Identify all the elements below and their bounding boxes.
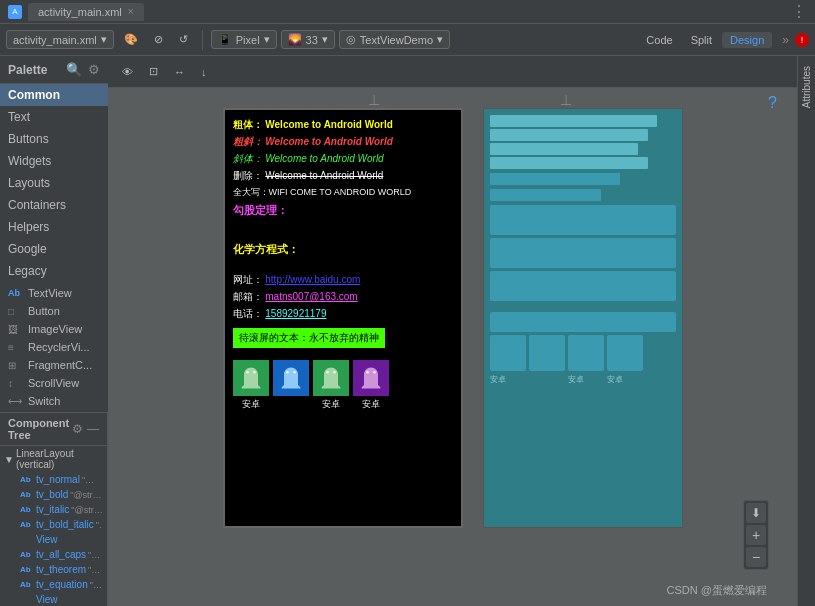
palette-category-helpers[interactable]: Helpers <box>0 216 108 238</box>
url-label: 网址： <box>233 274 263 285</box>
download-btn[interactable]: ⬇ <box>746 503 766 523</box>
bold-value: Welcome to Android World <box>265 119 393 130</box>
prev-android-col3: 安卓 <box>568 335 604 385</box>
design-view-btn[interactable]: Design <box>722 32 772 48</box>
tv-theorem-value: "@string..." <box>88 565 103 575</box>
palette-item-scrollview[interactable]: ↕ ScrollView <box>0 374 108 392</box>
refresh-icon-btn[interactable]: ↺ <box>173 31 194 48</box>
prev-line-3 <box>490 143 639 155</box>
email-label: 邮箱： <box>233 291 263 302</box>
android-icon-4 <box>353 360 389 396</box>
tree-item-view1[interactable]: View <box>10 532 107 547</box>
palette-item-button-label: Button <box>28 305 60 317</box>
palette-category-containers[interactable]: Containers <box>0 194 108 216</box>
palette-item-textview-label: TextView <box>28 287 72 299</box>
attributes-tab[interactable]: Attributes <box>799 60 814 114</box>
prev-line-4 <box>490 157 648 169</box>
prev-section2 <box>490 189 676 201</box>
palette-item-recyclerview[interactable]: ≡ RecyclerVi... <box>0 338 108 356</box>
palette-category-text[interactable]: Text <box>0 106 108 128</box>
tree-root-icon: ▼ <box>4 454 14 465</box>
prev-chem-line <box>490 189 602 201</box>
tree-item-tv_normal[interactable]: Ab tv_normal "@string/n..." <box>10 472 107 487</box>
palette-categories: Common Text Buttons Widgets Layouts Cont… <box>0 84 108 282</box>
palette-category-google[interactable]: Google <box>0 238 108 260</box>
tree-children: Ab tv_normal "@string/n..." Ab tv_bold "… <box>0 472 107 606</box>
api-level: 33 <box>306 34 318 46</box>
android-label-1: 安卓 <box>242 398 260 411</box>
palette-title: Palette <box>8 63 60 77</box>
phone-preview: 粗体： Welcome to Android World 粗斜： Welcome… <box>223 108 463 528</box>
app-dropdown[interactable]: ◎ TextViewDemo ▾ <box>339 30 450 49</box>
tree-root-label: LinearLayout (vertical) <box>16 448 103 470</box>
tv-equation-icon: Ab <box>20 580 34 589</box>
palette-settings-icon[interactable]: ⚙ <box>88 62 100 77</box>
tree-item-tv_equation[interactable]: Ab tv_equation "@string..." <box>10 577 107 592</box>
device-dropdown[interactable]: 📱 Pixel ▾ <box>211 30 277 49</box>
tv-bold-italic-name: tv_bold_italic <box>36 519 94 530</box>
strikethrough-value: Welcome to Android World <box>265 170 383 181</box>
palette-category-buttons[interactable]: Buttons <box>0 128 108 150</box>
tree-item-tv_theorem[interactable]: Ab tv_theorem "@string..." <box>10 562 107 577</box>
file-dropdown-arrow: ▾ <box>101 33 107 46</box>
button-icon: □ <box>8 306 22 317</box>
palette-category-layouts[interactable]: Layouts <box>0 172 108 194</box>
constraint-btn[interactable]: ⊡ <box>143 63 164 80</box>
arrows-btn[interactable]: ↔ <box>168 64 191 80</box>
svg-point-6 <box>366 371 368 373</box>
line-italic: 斜体： Welcome to Android World <box>233 152 453 166</box>
help-btn[interactable]: ? <box>768 94 777 112</box>
zoom-in-btn[interactable]: + <box>746 525 766 545</box>
line-bolditalic: 粗斜： Welcome to Android World <box>233 135 453 149</box>
forward-icon[interactable]: » <box>782 33 789 47</box>
file-tab[interactable]: activity_main.xml × <box>28 3 144 21</box>
eye-btn[interactable]: 👁 <box>116 64 139 80</box>
palette-category-common[interactable]: Common <box>0 84 108 106</box>
palette-category-legacy[interactable]: Legacy <box>0 260 108 282</box>
theorem-space <box>233 222 453 238</box>
zoom-out-btn[interactable]: − <box>746 547 766 567</box>
tree-item-tv_all_caps[interactable]: Ab tv_all_caps "@string/..." <box>10 547 107 562</box>
title-bar: A activity_main.xml × ⋮ <box>0 0 815 24</box>
file-dropdown[interactable]: activity_main.xml ▾ <box>6 30 114 49</box>
android-item-1: 安卓 <box>233 360 269 411</box>
tree-item-tv_bold_italic[interactable]: Ab tv_bold_italic "@strin..." <box>10 517 107 532</box>
palette-item-imageview[interactable]: 🖼 ImageView <box>0 320 108 338</box>
prev-section1 <box>490 173 676 185</box>
palette-header: Palette 🔍 ⚙ <box>0 56 108 84</box>
palette-item-textview[interactable]: Ab TextView <box>0 284 108 302</box>
tree-header: Component Tree ⚙ — <box>0 413 107 446</box>
menu-icon[interactable]: ⋮ <box>791 2 807 21</box>
view2-name: View <box>36 594 58 605</box>
magnet-icon-btn[interactable]: ⊘ <box>148 31 169 48</box>
tree-item-tv_bold[interactable]: Ab tv_bold "@string/bold" <box>10 487 107 502</box>
tree-root[interactable]: ▼ LinearLayout (vertical) <box>0 446 107 472</box>
android-icon-2 <box>273 360 309 396</box>
palette-category-widgets[interactable]: Widgets <box>0 150 108 172</box>
split-view-btn[interactable]: Split <box>683 32 720 48</box>
line-email: 邮箱： matns007@163.com <box>233 290 453 304</box>
tv-allcaps-value: "@string/..." <box>88 550 103 560</box>
tree-item-tv_italic[interactable]: Ab tv_italic "@string/italic" <box>10 502 107 517</box>
palette-item-switch[interactable]: ⟷ Switch <box>0 392 108 410</box>
tree-minimize-icon[interactable]: — <box>87 422 99 436</box>
app-theme-icon: ◎ <box>346 33 356 46</box>
palette-search-icon[interactable]: 🔍 <box>66 62 82 77</box>
palette-item-button[interactable]: □ Button <box>0 302 108 320</box>
palette-item-imageview-label: ImageView <box>28 323 82 335</box>
api-dropdown[interactable]: 🌄 33 ▾ <box>281 30 335 49</box>
phone-value: 15892921179 <box>265 308 326 319</box>
prev-android-col2 <box>529 335 565 385</box>
code-view-btn[interactable]: Code <box>638 32 680 48</box>
tree-settings-icon[interactable]: ⚙ <box>72 422 83 436</box>
tv-normal-value: "@string/n..." <box>82 475 103 485</box>
palette-item-fragmentc[interactable]: ⊞ FragmentC... <box>0 356 108 374</box>
tv-theorem-name: tv_theorem <box>36 564 86 575</box>
tree-item-view2[interactable]: View <box>10 592 107 606</box>
close-tab-icon[interactable]: × <box>128 6 134 17</box>
down-arrow-btn[interactable]: ↓ <box>195 64 213 80</box>
layer-icon-btn[interactable]: 🎨 <box>118 31 144 48</box>
chem-label: 化学方程式： <box>233 242 453 257</box>
device-dropdown-arrow: ▾ <box>264 33 270 46</box>
file-tab-label: activity_main.xml <box>38 6 122 18</box>
